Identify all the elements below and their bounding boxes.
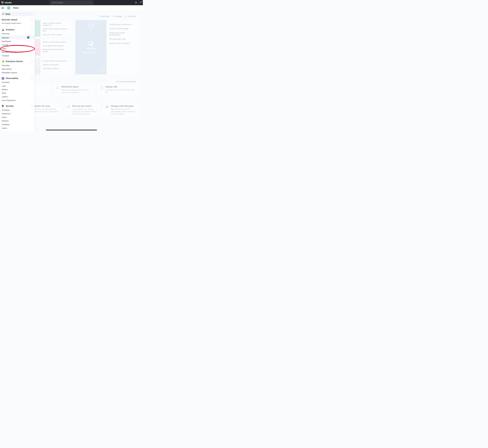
nav-section-toggle-es[interactable]: Enterprise Search bbox=[0, 60, 35, 64]
card-line: Detect and respond. bbox=[43, 64, 70, 66]
nav-item-discover[interactable]: Discover bbox=[0, 35, 35, 40]
nav-item-maps[interactable]: Maps bbox=[0, 47, 35, 50]
elastic-wordmark: elastic bbox=[5, 1, 12, 4]
nav-item-label: Discover bbox=[2, 36, 9, 39]
ingest-tile-agent[interactable]: Add Elastic Agent Add and manage your fl… bbox=[53, 83, 95, 96]
home-indicator-bar bbox=[46, 130, 97, 130]
nav-item-label: Timelines bbox=[2, 123, 10, 126]
tile-title: Upload a file bbox=[106, 86, 137, 88]
chevron-down-icon bbox=[31, 29, 33, 31]
help-icon[interactable] bbox=[135, 1, 137, 4]
nav-item-label: Visualize bbox=[2, 55, 9, 57]
nav-item-cases[interactable]: Cases bbox=[0, 126, 35, 130]
kibana-cta[interactable]: Visualize & analyze bbox=[82, 51, 100, 54]
breadcrumb[interactable]: Home bbox=[13, 7, 19, 9]
card-line: Model, predict, and detect. bbox=[109, 42, 136, 44]
nav-section-toggle-obs[interactable]: Observability bbox=[0, 77, 35, 80]
nav-item-timelines[interactable]: Timelines bbox=[0, 123, 35, 126]
newsfeed-icon[interactable] bbox=[139, 1, 142, 4]
nav-section-title: Observability bbox=[6, 77, 30, 80]
tile-title: Add Elastic Agent bbox=[61, 86, 92, 88]
nav-item-analytics-overview[interactable]: Overview bbox=[0, 32, 35, 35]
nav-section-analytics: Analytics Overview Discover Dashboard Ca… bbox=[0, 27, 35, 58]
document-icon bbox=[116, 80, 118, 83]
nav-item-label: Detections bbox=[2, 112, 11, 115]
tile-desc: Track the real-time health and performan… bbox=[34, 108, 59, 113]
nav-item-detections[interactable]: Detections bbox=[0, 112, 35, 115]
nav-section-toggle-recent[interactable]: Recently viewed bbox=[0, 18, 35, 22]
nav-item-obs-overview[interactable]: Overview bbox=[0, 80, 35, 84]
global-search[interactable] bbox=[50, 1, 93, 4]
svg-rect-17 bbox=[106, 107, 108, 107]
nav-item-network[interactable]: Network bbox=[0, 119, 35, 123]
card-line: Connect your users to relevant data. bbox=[43, 28, 70, 32]
chevron-down-icon bbox=[31, 60, 33, 63]
nav-item-canvas[interactable]: Canvas bbox=[0, 43, 35, 47]
tile-desc: Import your own CSV, NDJSON, or log file… bbox=[106, 89, 137, 94]
nav-toggle-button[interactable] bbox=[1, 7, 4, 9]
mgmt-tile-backup[interactable]: Back up and restore Save snapshots to a … bbox=[64, 103, 101, 118]
nav-item-label: Logs bbox=[2, 85, 6, 87]
nav-item-label: User Experience bbox=[2, 99, 16, 101]
try-sample-data-link[interactable]: Try our sample data bbox=[116, 80, 136, 83]
chevron-down-icon bbox=[31, 105, 33, 107]
manage-link[interactable]: Manage bbox=[112, 15, 122, 17]
card-line: Design pixel-perfect presentations. bbox=[109, 32, 136, 36]
nav-item-metrics[interactable]: Metrics bbox=[0, 88, 35, 91]
space-selector[interactable]: D bbox=[7, 7, 10, 9]
enterprise-search-icon bbox=[2, 60, 4, 63]
kibana-title: Kibana bbox=[87, 47, 95, 50]
add-data-link[interactable]: Add data bbox=[99, 15, 109, 17]
nav-item-visualize[interactable]: Visualize bbox=[0, 54, 35, 57]
nav-home-label: Home bbox=[6, 13, 10, 15]
elastic-logo-icon bbox=[1, 1, 4, 4]
nav-item-label: Canvas bbox=[2, 44, 8, 46]
nav-item-es-overview[interactable]: Overview bbox=[0, 64, 35, 67]
card-line: Prevent threats autonomously. bbox=[43, 60, 70, 62]
snapshot-icon bbox=[67, 105, 70, 108]
nav-item-uptime[interactable]: Uptime bbox=[0, 95, 35, 98]
nav-item-hosts[interactable]: Hosts bbox=[0, 115, 35, 119]
nav-item-sec-overview[interactable]: Overview bbox=[0, 108, 35, 112]
card-line: Trace application requests. bbox=[43, 45, 70, 47]
nav-item-workplace-search[interactable]: Workplace Search bbox=[0, 71, 35, 74]
svg-point-11 bbox=[57, 86, 58, 87]
nav-item-label: App Search bbox=[2, 68, 11, 70]
plus-document-icon bbox=[99, 15, 101, 17]
nav-item-ux[interactable]: User Experience bbox=[0, 98, 35, 102]
nav-item-dashboard[interactable]: Dashboard bbox=[0, 40, 35, 43]
try-sample-data-label: Try our sample data bbox=[119, 80, 136, 83]
nav-item-ml[interactable]: Machine Learning bbox=[0, 50, 35, 54]
chevron-down-icon bbox=[31, 18, 33, 21]
nav-section-title: Analytics bbox=[6, 29, 30, 31]
nav-item-label: Network bbox=[2, 120, 8, 122]
svg-point-2 bbox=[135, 2, 137, 3]
manage-label: Manage bbox=[115, 15, 122, 17]
card-line: Analyze data in dashboards. bbox=[109, 23, 136, 25]
nav-section-toggle-analytics[interactable]: Analytics bbox=[0, 28, 35, 32]
cursor-dot bbox=[27, 36, 30, 39]
home-icon bbox=[2, 13, 4, 15]
ingest-tile-upload[interactable]: Upload a file Import your own CSV, NDJSO… bbox=[97, 83, 139, 96]
nav-item-label: Overview bbox=[2, 81, 10, 83]
add-data-label: Add data bbox=[102, 15, 109, 17]
tile-title: Back up and restore bbox=[73, 105, 98, 107]
nav-item-apm[interactable]: APM bbox=[0, 91, 35, 95]
dev-tools-label: Dev tools bbox=[128, 15, 136, 17]
nav-section-title: Security bbox=[6, 105, 30, 107]
nav-item-label: Metrics bbox=[2, 88, 8, 90]
solution-card-kibana[interactable]: Kibana Visualize & analyze Analyze data … bbox=[75, 20, 139, 74]
card-line: Search and find insights. bbox=[109, 28, 136, 30]
nav-item-label: Overview bbox=[2, 109, 10, 111]
nav-item-label: Hosts bbox=[2, 116, 7, 118]
global-search-input[interactable] bbox=[52, 2, 92, 4]
nav-section-sec: Security Overview Detections Hosts Netwo… bbox=[0, 103, 35, 131]
mgmt-tile-ilm[interactable]: Manage index lifecycles Define lifecycle… bbox=[103, 103, 139, 118]
sub-header: D Home bbox=[0, 5, 143, 11]
nav-item-app-search[interactable]: App Search bbox=[0, 67, 35, 71]
nav-home[interactable]: Home bbox=[1, 12, 34, 16]
elastic-logo[interactable]: elastic bbox=[1, 1, 12, 4]
nav-item-logs[interactable]: Logs bbox=[0, 84, 35, 88]
nav-section-toggle-sec[interactable]: Security bbox=[0, 105, 35, 108]
dev-tools-link[interactable]: Dev tools bbox=[125, 15, 136, 17]
